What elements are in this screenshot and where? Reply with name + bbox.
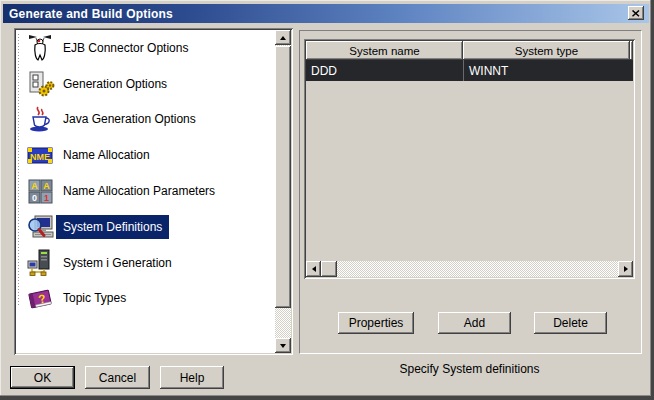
column-header-filler — [630, 41, 633, 60]
list-vertical-scrollbar[interactable] — [275, 30, 291, 353]
cell-system-type: WINNT — [463, 60, 633, 81]
help-button[interactable]: Help — [160, 366, 224, 389]
cell-system-name: DDD — [306, 60, 463, 81]
list-item-label: Java Generation Options — [56, 107, 203, 131]
list-item-label: Name Allocation — [56, 143, 157, 167]
list-item-generation-options[interactable]: Generation Options — [18, 66, 273, 102]
list-item-label: Name Allocation Parameters — [56, 179, 222, 203]
title-bar[interactable]: Generate and Build Options — [3, 4, 649, 23]
list-item-system-i-generation[interactable]: System i Generation — [18, 245, 273, 281]
delete-button[interactable]: Delete — [534, 312, 607, 334]
arrow-up-icon — [280, 36, 286, 40]
ok-button[interactable]: OK — [10, 366, 75, 389]
options-list: EJB Connector Options Generation Options — [14, 28, 293, 355]
arrow-down-icon — [280, 344, 286, 348]
topic-types-icon: ? — [24, 283, 56, 313]
generate-and-build-options-dialog: Generate and Build Options — [0, 0, 654, 400]
generation-options-icon — [24, 69, 56, 99]
close-button[interactable] — [628, 6, 644, 20]
scroll-thumb[interactable] — [321, 261, 337, 277]
list-item-label: System i Generation — [56, 251, 179, 275]
column-header-system-name[interactable]: System name — [306, 41, 463, 60]
system-i-generation-icon — [24, 248, 56, 278]
column-header-system-type[interactable]: System type — [463, 41, 630, 60]
svg-text:NME: NME — [30, 152, 50, 162]
systems-table: System name System type DDD WINNT — [304, 39, 635, 279]
cancel-button[interactable]: Cancel — [85, 366, 150, 389]
name-allocation-parameters-icon: A A 0 1 — [24, 176, 56, 206]
scroll-thumb[interactable] — [275, 46, 291, 308]
list-item-name-allocation-parameters[interactable]: A A 0 1 Name Allocation Parameters — [18, 173, 273, 209]
table-horizontal-scrollbar[interactable] — [306, 261, 633, 277]
list-item-label-selected: System Definitions — [56, 215, 169, 239]
scroll-right-button[interactable] — [618, 261, 633, 277]
table-row[interactable]: DDD WINNT — [306, 60, 633, 81]
scroll-up-button[interactable] — [275, 30, 291, 45]
properties-button[interactable]: Properties — [338, 312, 414, 334]
name-allocation-icon: NME — [24, 140, 56, 170]
list-item-system-definitions[interactable]: System Definitions — [18, 209, 273, 245]
list-item-label: EJB Connector Options — [56, 36, 195, 60]
scroll-left-button[interactable] — [306, 261, 321, 277]
status-text: Specify System definitions — [299, 362, 640, 376]
list-item-label: Topic Types — [56, 286, 133, 310]
table-header: System name System type — [306, 41, 633, 60]
close-icon — [632, 10, 640, 17]
scroll-down-button[interactable] — [275, 338, 291, 353]
system-definitions-panel: System name System type DDD WINNT Proper… — [299, 30, 642, 354]
list-item-java-generation-options[interactable]: Java Generation Options — [18, 102, 273, 138]
svg-text:0: 0 — [32, 193, 37, 203]
list-item-label: Generation Options — [56, 72, 174, 96]
system-definitions-icon — [24, 212, 56, 242]
list-item-ejb-connector-options[interactable]: EJB Connector Options — [18, 30, 273, 66]
arrow-left-icon — [312, 266, 316, 272]
java-generation-icon — [24, 104, 56, 134]
list-item-name-allocation[interactable]: NME Name Allocation — [18, 137, 273, 173]
svg-text:1: 1 — [44, 193, 49, 203]
arrow-right-icon — [624, 266, 628, 272]
ejb-connector-icon — [24, 33, 56, 63]
list-item-topic-types[interactable]: ? Topic Types — [18, 281, 273, 317]
window-title: Generate and Build Options — [3, 7, 173, 21]
add-button[interactable]: Add — [438, 312, 511, 334]
svg-text:A: A — [31, 181, 38, 191]
svg-text:A: A — [43, 181, 50, 191]
